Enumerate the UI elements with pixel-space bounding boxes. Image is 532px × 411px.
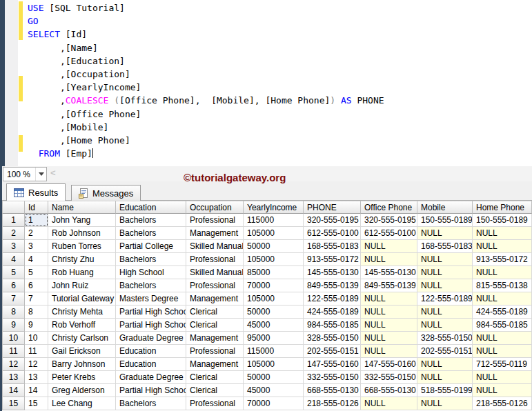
grid-cell[interactable]: Professional bbox=[186, 345, 244, 358]
grid-cell[interactable]: Lee Chang bbox=[48, 397, 116, 410]
grid-cell[interactable]: NULL bbox=[361, 332, 417, 345]
grid-cell[interactable]: 145-555-0130 bbox=[304, 266, 361, 279]
grid-cell[interactable]: NULL bbox=[417, 319, 473, 332]
grid-cell[interactable]: 849-555-0139 bbox=[304, 279, 361, 292]
grid-cell[interactable]: Clerical bbox=[186, 371, 244, 384]
grid-cell[interactable]: 9 bbox=[25, 319, 48, 332]
grid-cell[interactable]: Skilled Manual bbox=[186, 266, 244, 279]
grid-cell[interactable]: 984-555-0185 bbox=[473, 319, 532, 332]
grid-cell[interactable]: NULL bbox=[361, 253, 417, 266]
grid-cell[interactable]: Rob Verhoff bbox=[48, 319, 116, 332]
grid-cell[interactable]: NULL bbox=[417, 397, 473, 410]
grid-cell[interactable]: Education bbox=[116, 345, 186, 358]
grid-cell[interactable]: Bachelors bbox=[116, 214, 186, 227]
grid-cell[interactable]: Bachelors bbox=[116, 279, 186, 292]
grid-cell[interactable]: 518-555-0199 bbox=[417, 384, 473, 397]
grid-cell[interactable]: 612-555-0100 bbox=[304, 227, 361, 240]
grid-cell[interactable]: 320-555-0195 bbox=[304, 214, 361, 227]
grid-cell[interactable]: 984-555-0185 bbox=[304, 319, 361, 332]
grid-cell[interactable]: 122-555-0189 bbox=[417, 292, 473, 305]
grid-cell[interactable]: NULL bbox=[473, 332, 532, 345]
code-line[interactable]: ,[Education] bbox=[28, 54, 384, 68]
scroll-left-arrow-icon[interactable]: < bbox=[50, 168, 56, 178]
grid-cell[interactable]: 10 bbox=[25, 332, 48, 345]
grid-cell[interactable]: Partial High School bbox=[116, 305, 186, 319]
grid-cell[interactable]: 668-555-0130 bbox=[361, 384, 417, 397]
grid-cell[interactable]: Management bbox=[186, 358, 244, 371]
column-header[interactable] bbox=[2, 201, 25, 214]
grid-cell[interactable]: 168-555-0183 bbox=[417, 240, 473, 253]
grid-cell[interactable]: 105000 bbox=[244, 253, 304, 266]
grid-cell[interactable]: Clerical bbox=[186, 319, 244, 332]
row-number[interactable]: 8 bbox=[2, 305, 25, 319]
grid-cell[interactable]: Ruben Torres bbox=[48, 240, 116, 253]
code-area[interactable]: USE [SQL Tutorial]GOSELECT [Id] ,[Name] … bbox=[28, 1, 384, 160]
grid-cell[interactable]: Christy Carlson bbox=[48, 332, 116, 345]
editor-selection-margin[interactable] bbox=[5, 0, 18, 166]
grid-cell[interactable]: Clerical bbox=[186, 305, 244, 319]
grid-cell[interactable]: 115000 bbox=[244, 345, 304, 358]
row-number[interactable]: 3 bbox=[2, 240, 25, 253]
grid-cell[interactable]: Professional bbox=[186, 397, 244, 410]
grid-cell[interactable]: Bachelors bbox=[116, 227, 186, 240]
grid-cell[interactable]: 50000 bbox=[244, 305, 304, 319]
grid-cell[interactable]: 6 bbox=[25, 279, 48, 292]
grid-cell[interactable]: NULL bbox=[361, 292, 417, 305]
grid-cell[interactable]: John Ruiz bbox=[48, 279, 116, 292]
sql-editor[interactable]: USE [SQL Tutorial]GOSELECT [Id] ,[Name] … bbox=[0, 0, 532, 166]
grid-cell[interactable]: Rob Johnson bbox=[48, 227, 116, 240]
code-line[interactable]: FROM [Emp] bbox=[28, 147, 384, 160]
column-header[interactable]: YearlyIncome bbox=[244, 201, 304, 214]
grid-cell[interactable]: 712-555-0119 bbox=[473, 358, 532, 371]
grid-cell[interactable]: 424-555-0189 bbox=[473, 305, 532, 319]
grid-cell[interactable]: Bachelors bbox=[116, 253, 186, 266]
grid-cell[interactable]: 328-555-0150 bbox=[417, 332, 473, 345]
grid-cell[interactable]: 320-555-0195 bbox=[361, 214, 417, 227]
zoom-dropdown[interactable]: 100 % bbox=[3, 167, 47, 181]
grid-cell[interactable]: Masters Degree bbox=[116, 292, 186, 305]
grid-cell[interactable]: 95000 bbox=[244, 332, 304, 345]
grid-cell[interactable]: Education bbox=[116, 358, 186, 371]
grid-cell[interactable]: 45000 bbox=[244, 384, 304, 397]
grid-cell[interactable]: 50000 bbox=[244, 240, 304, 253]
grid-cell[interactable]: 13 bbox=[25, 371, 48, 384]
grid-cell[interactable]: Management bbox=[186, 292, 244, 305]
grid-cell[interactable]: 7 bbox=[25, 292, 48, 305]
grid-cell[interactable]: 105000 bbox=[244, 292, 304, 305]
grid-cell[interactable]: NULL bbox=[473, 371, 532, 384]
grid-cell[interactable]: Peter Krebs bbox=[48, 371, 116, 384]
grid-cell[interactable]: Graduate Degree bbox=[116, 332, 186, 345]
column-header[interactable]: Office Phone bbox=[361, 201, 417, 214]
grid-cell[interactable]: Barry Johnson bbox=[48, 358, 116, 371]
row-number[interactable]: 12 bbox=[2, 358, 25, 371]
grid-cell[interactable]: 150-555-0189 bbox=[473, 214, 532, 227]
grid-cell[interactable]: NULL bbox=[473, 266, 532, 279]
grid-cell[interactable]: NULL bbox=[417, 253, 473, 266]
grid-cell[interactable]: NULL bbox=[361, 345, 417, 358]
grid-cell[interactable]: 85000 bbox=[244, 266, 304, 279]
grid-cell[interactable]: NULL bbox=[417, 266, 473, 279]
code-line[interactable]: ,[Occupation] bbox=[28, 68, 384, 81]
row-number[interactable]: 6 bbox=[2, 279, 25, 292]
grid-cell[interactable]: 8 bbox=[25, 305, 48, 319]
grid-cell[interactable]: John Yang bbox=[48, 214, 116, 227]
row-number[interactable]: 4 bbox=[2, 253, 25, 266]
row-number[interactable]: 7 bbox=[2, 292, 25, 305]
grid-cell[interactable]: NULL bbox=[473, 227, 532, 240]
grid-cell[interactable]: 612-555-0100 bbox=[361, 227, 417, 240]
grid-cell[interactable]: 1 bbox=[25, 214, 48, 227]
row-number[interactable]: 9 bbox=[2, 319, 25, 332]
grid-cell[interactable]: 815-555-0138 bbox=[473, 279, 532, 292]
grid-cell[interactable]: 218-555-0126 bbox=[473, 397, 532, 410]
grid-cell[interactable]: 147-555-0160 bbox=[361, 358, 417, 371]
grid-cell[interactable]: Professional bbox=[186, 253, 244, 266]
code-line[interactable]: ,COALESCE ([Office Phone], [Mobile], [Ho… bbox=[28, 94, 384, 107]
row-number[interactable]: 10 bbox=[2, 332, 25, 345]
grid-cell[interactable]: 5 bbox=[25, 266, 48, 279]
grid-cell[interactable]: Rob Huang bbox=[48, 266, 116, 279]
grid-cell[interactable]: 913-555-0172 bbox=[304, 253, 361, 266]
grid-cell[interactable]: 150-555-0189 bbox=[417, 214, 473, 227]
grid-cell[interactable]: NULL bbox=[361, 319, 417, 332]
grid-cell[interactable]: 50000 bbox=[244, 371, 304, 384]
grid-cell[interactable]: Clerical bbox=[186, 384, 244, 397]
